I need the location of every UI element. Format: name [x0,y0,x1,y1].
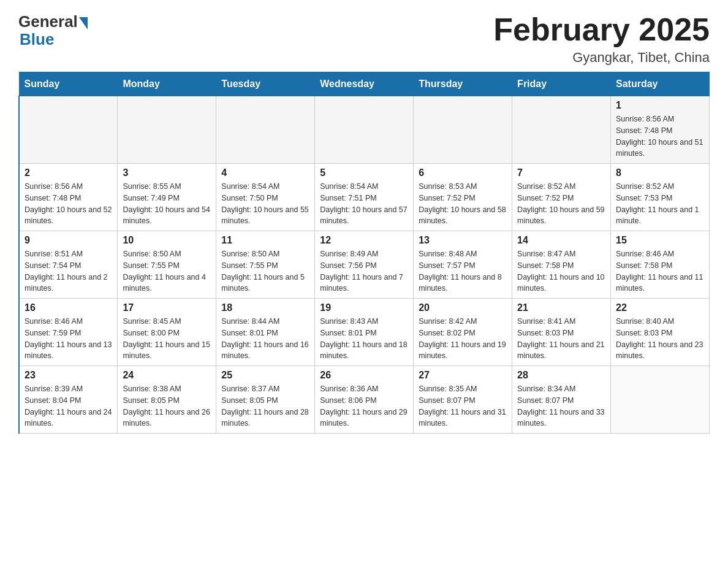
day-info: Sunrise: 8:40 AM Sunset: 8:03 PM Dayligh… [616,316,704,362]
day-number: 4 [221,167,309,178]
day-info: Sunrise: 8:54 AM Sunset: 7:51 PM Dayligh… [320,181,408,227]
day-info: Sunrise: 8:51 AM Sunset: 7:54 PM Dayligh… [25,248,112,294]
table-row: 8Sunrise: 8:52 AM Sunset: 7:53 PM Daylig… [611,164,710,231]
table-row: 19Sunrise: 8:43 AM Sunset: 8:01 PM Dayli… [315,299,414,366]
table-row: 20Sunrise: 8:42 AM Sunset: 8:02 PM Dayli… [414,299,512,366]
day-number: 11 [221,235,309,246]
day-info: Sunrise: 8:46 AM Sunset: 7:59 PM Dayligh… [25,316,112,362]
day-info: Sunrise: 8:41 AM Sunset: 8:03 PM Dayligh… [517,316,605,362]
day-info: Sunrise: 8:53 AM Sunset: 7:52 PM Dayligh… [419,181,507,227]
day-number: 19 [320,302,408,313]
table-row [19,96,118,164]
day-info: Sunrise: 8:37 AM Sunset: 8:05 PM Dayligh… [221,383,309,429]
day-number: 16 [25,302,112,313]
table-row [118,96,216,164]
day-info: Sunrise: 8:50 AM Sunset: 7:55 PM Dayligh… [221,248,309,294]
table-row: 16Sunrise: 8:46 AM Sunset: 7:59 PM Dayli… [19,299,118,366]
table-row: 12Sunrise: 8:49 AM Sunset: 7:56 PM Dayli… [315,231,414,299]
table-row: 10Sunrise: 8:50 AM Sunset: 7:55 PM Dayli… [118,231,216,299]
day-info: Sunrise: 8:55 AM Sunset: 7:49 PM Dayligh… [123,181,211,227]
table-row: 26Sunrise: 8:36 AM Sunset: 8:06 PM Dayli… [315,366,414,434]
header-thursday: Thursday [414,72,512,96]
table-row: 24Sunrise: 8:38 AM Sunset: 8:05 PM Dayli… [118,366,216,434]
calendar-week-row: 9Sunrise: 8:51 AM Sunset: 7:54 PM Daylig… [19,231,710,299]
calendar-title: February 2025 [493,12,710,47]
day-number: 26 [320,370,408,381]
day-number: 2 [25,167,112,178]
day-info: Sunrise: 8:46 AM Sunset: 7:58 PM Dayligh… [616,248,704,294]
day-number: 24 [123,370,211,381]
day-info: Sunrise: 8:35 AM Sunset: 8:07 PM Dayligh… [419,383,507,429]
day-number: 7 [517,167,605,178]
title-area: February 2025 Gyangkar, Tibet, China [493,12,710,66]
day-number: 20 [419,302,507,313]
table-row: 27Sunrise: 8:35 AM Sunset: 8:07 PM Dayli… [414,366,512,434]
calendar-week-row: 1Sunrise: 8:56 AM Sunset: 7:48 PM Daylig… [19,96,710,164]
table-row: 9Sunrise: 8:51 AM Sunset: 7:54 PM Daylig… [19,231,118,299]
day-info: Sunrise: 8:54 AM Sunset: 7:50 PM Dayligh… [221,181,309,227]
day-info: Sunrise: 8:49 AM Sunset: 7:56 PM Dayligh… [320,248,408,294]
table-row: 11Sunrise: 8:50 AM Sunset: 7:55 PM Dayli… [216,231,315,299]
day-info: Sunrise: 8:34 AM Sunset: 8:07 PM Dayligh… [517,383,605,429]
day-info: Sunrise: 8:42 AM Sunset: 8:02 PM Dayligh… [419,316,507,362]
header-friday: Friday [512,72,611,96]
day-number: 8 [616,167,704,178]
day-number: 3 [123,167,211,178]
header-saturday: Saturday [611,72,710,96]
table-row: 2Sunrise: 8:56 AM Sunset: 7:48 PM Daylig… [19,164,118,231]
day-number: 25 [221,370,309,381]
table-row [315,96,414,164]
calendar-week-row: 2Sunrise: 8:56 AM Sunset: 7:48 PM Daylig… [19,164,710,231]
header-wednesday: Wednesday [315,72,414,96]
day-number: 17 [123,302,211,313]
logo-blue-text: Blue [20,30,54,49]
table-row: 6Sunrise: 8:53 AM Sunset: 7:52 PM Daylig… [414,164,512,231]
day-info: Sunrise: 8:44 AM Sunset: 8:01 PM Dayligh… [221,316,309,362]
day-info: Sunrise: 8:36 AM Sunset: 8:06 PM Dayligh… [320,383,408,429]
day-number: 10 [123,235,211,246]
table-row: 21Sunrise: 8:41 AM Sunset: 8:03 PM Dayli… [512,299,611,366]
table-row: 13Sunrise: 8:48 AM Sunset: 7:57 PM Dayli… [414,231,512,299]
table-row [216,96,315,164]
logo: General Blue [18,12,88,49]
day-number: 27 [419,370,507,381]
table-row: 1Sunrise: 8:56 AM Sunset: 7:48 PM Daylig… [611,96,710,164]
logo-general-text: General [18,12,78,31]
table-row: 22Sunrise: 8:40 AM Sunset: 8:03 PM Dayli… [611,299,710,366]
day-number: 13 [419,235,507,246]
day-info: Sunrise: 8:43 AM Sunset: 8:01 PM Dayligh… [320,316,408,362]
calendar-week-row: 23Sunrise: 8:39 AM Sunset: 8:04 PM Dayli… [19,366,710,434]
table-row: 5Sunrise: 8:54 AM Sunset: 7:51 PM Daylig… [315,164,414,231]
logo-arrow-icon [79,17,88,29]
header-tuesday: Tuesday [216,72,315,96]
day-info: Sunrise: 8:56 AM Sunset: 7:48 PM Dayligh… [25,181,112,227]
day-number: 23 [25,370,112,381]
header-sunday: Sunday [19,72,118,96]
day-info: Sunrise: 8:52 AM Sunset: 7:52 PM Dayligh… [517,181,605,227]
table-row: 18Sunrise: 8:44 AM Sunset: 8:01 PM Dayli… [216,299,315,366]
day-info: Sunrise: 8:48 AM Sunset: 7:57 PM Dayligh… [419,248,507,294]
day-number: 12 [320,235,408,246]
calendar-week-row: 16Sunrise: 8:46 AM Sunset: 7:59 PM Dayli… [19,299,710,366]
day-number: 9 [25,235,112,246]
day-number: 28 [517,370,605,381]
table-row: 4Sunrise: 8:54 AM Sunset: 7:50 PM Daylig… [216,164,315,231]
day-number: 5 [320,167,408,178]
calendar-table: Sunday Monday Tuesday Wednesday Thursday… [18,72,710,434]
table-row: 3Sunrise: 8:55 AM Sunset: 7:49 PM Daylig… [118,164,216,231]
day-number: 22 [616,302,704,313]
table-row [512,96,611,164]
day-info: Sunrise: 8:47 AM Sunset: 7:58 PM Dayligh… [517,248,605,294]
day-number: 18 [221,302,309,313]
calendar-header-row: Sunday Monday Tuesday Wednesday Thursday… [19,72,710,96]
table-row: 25Sunrise: 8:37 AM Sunset: 8:05 PM Dayli… [216,366,315,434]
day-info: Sunrise: 8:56 AM Sunset: 7:48 PM Dayligh… [616,113,704,159]
day-number: 21 [517,302,605,313]
day-number: 1 [616,100,704,111]
table-row [414,96,512,164]
table-row [611,366,710,434]
calendar-subtitle: Gyangkar, Tibet, China [493,50,710,66]
table-row: 23Sunrise: 8:39 AM Sunset: 8:04 PM Dayli… [19,366,118,434]
header-monday: Monday [118,72,216,96]
day-info: Sunrise: 8:45 AM Sunset: 8:00 PM Dayligh… [123,316,211,362]
